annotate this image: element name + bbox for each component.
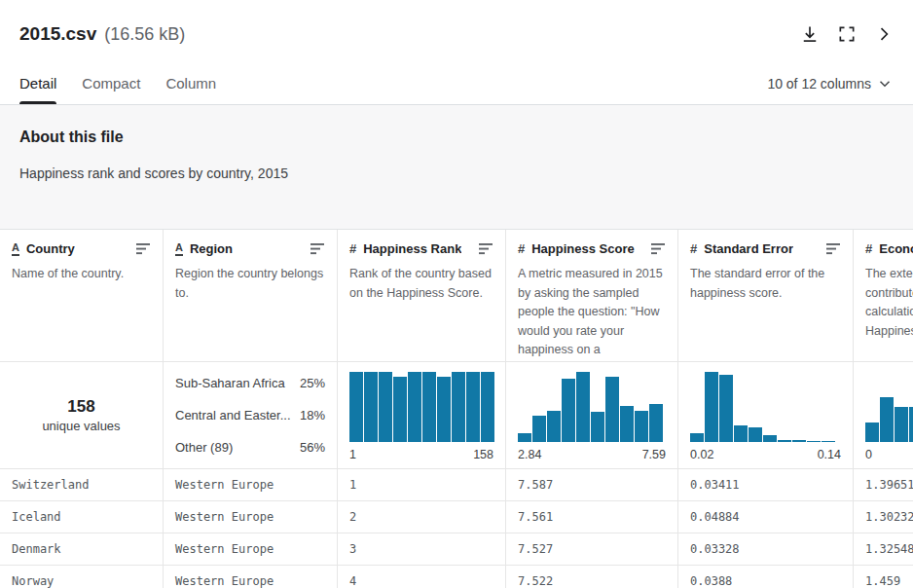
table-row[interactable]: Iceland Western Europe 2 7.561 0.04884 1… [0,500,913,533]
hist-max-label: 158 [473,448,493,461]
histogram-bar [591,412,604,442]
file-name: 2015.csv [19,23,96,45]
about-section: About this file Happiness rank and score… [0,105,913,230]
histogram-bar [408,372,421,442]
histogram[interactable] [518,372,666,442]
columns-dropdown-label: 10 of 12 columns [767,76,871,92]
histogram-bar [822,441,835,442]
topk-item: Sub-Saharan Africa 25% [175,376,325,390]
histogram-bar [880,397,894,442]
file-title: 2015.csv (16.56 kB) [19,23,185,45]
hist-min-label: 1 [349,448,356,461]
histogram[interactable] [865,372,913,442]
column-name: Happiness Score [531,241,635,256]
column-name: Country [26,241,75,256]
cell-country: Switzerland [0,468,164,500]
chevron-down-icon [876,75,894,92]
table-row[interactable]: Switzerland Western Europe 1 7.587 0.034… [0,468,913,500]
string-type-icon: A [12,242,19,256]
hist-min-label: 0.02 [690,448,713,461]
table-header-row: A Country Name of the country. A Region … [0,230,913,361]
file-viewer: 2015.csv (16.56 kB) Detail Compact Colum… [0,0,913,588]
column-header-happiness-rank[interactable]: # Happiness Rank Rank of the country bas… [338,230,506,361]
header-actions [800,24,894,44]
unique-count: 158 [67,397,94,417]
number-type-icon: # [865,242,872,255]
histogram-bar [690,433,704,442]
cell-happiness-score: 7.522 [506,565,678,588]
topk-label: Other (89) [175,440,233,455]
cell-region: Western Europe [164,565,338,588]
histogram-bar [649,404,663,442]
cell-happiness-score: 7.527 [506,533,678,565]
column-header-standard-error[interactable]: # Standard Error The standard error of t… [678,230,854,361]
cell-standard-error: 0.03411 [678,468,854,500]
filter-icon[interactable] [825,243,841,255]
column-description: The extent to which GDP contributes to t… [865,265,913,341]
topk-label: Sub-Saharan Africa [175,376,285,390]
filter-icon[interactable] [650,243,666,255]
cell-standard-error: 0.04884 [678,500,854,533]
summary-economy-histogram: 0 [854,361,913,468]
cell-happiness-score: 7.561 [506,500,678,533]
filter-icon[interactable] [135,243,151,255]
cell-country: Denmark [0,533,164,565]
number-type-icon: # [349,242,356,255]
number-type-icon: # [518,242,525,255]
number-type-icon: # [690,242,697,255]
table-row[interactable]: Norway Western Europe 4 7.522 0.0388 1.4… [0,565,913,588]
table-row[interactable]: Denmark Western Europe 3 7.527 0.03328 1… [0,533,913,565]
download-icon[interactable] [800,24,820,44]
histogram-bar [547,411,561,442]
column-description: A metric measured in 2015 by asking the … [518,265,666,360]
histogram-bar [763,435,777,442]
histogram-bar [364,372,378,442]
fullscreen-icon[interactable] [837,24,857,44]
cell-happiness-rank: 3 [338,533,506,565]
hist-max-label: 0.14 [818,448,841,461]
columns-visibility-dropdown[interactable]: 10 of 12 columns [767,62,894,104]
summary-region-topk: Sub-Saharan Africa 25% Central and Easte… [164,361,338,468]
histogram[interactable] [349,372,493,442]
tab-bar: Detail Compact Column 10 of 12 columns [0,62,913,105]
hist-min-label: 2.84 [518,448,541,461]
histogram-bar [895,407,908,442]
topk-pct: 25% [300,376,325,390]
tabs: Detail Compact Column [19,62,216,104]
column-description: Region the country belongs to. [175,265,325,303]
column-header-happiness-score[interactable]: # Happiness Score A metric measured in 2… [506,230,678,361]
chevron-right-icon[interactable] [874,24,894,44]
column-summary-row: 158 unique values Sub-Saharan Africa 25%… [0,361,913,468]
tab-compact[interactable]: Compact [82,62,140,104]
histogram-bar [452,372,465,442]
topk-pct: 18% [300,408,325,423]
histogram-bar [705,372,718,442]
column-header-economy[interactable]: # Economy (GDP per Capita) The extent to… [854,230,913,361]
histogram[interactable] [690,372,841,442]
tab-column[interactable]: Column [165,62,216,104]
column-header-region[interactable]: A Region Region the country belongs to. [164,230,338,361]
histogram-bar [620,406,634,442]
cell-region: Western Europe [164,533,338,565]
cell-country: Norway [0,565,164,588]
hist-min-label: 0 [865,448,872,461]
tab-detail[interactable]: Detail [19,62,56,104]
column-description: Rank of the country based on the Happine… [349,265,493,303]
string-type-icon: A [175,242,183,256]
topk-pct: 56% [300,440,325,455]
column-name: Region [190,241,233,256]
summary-standard-error-histogram: 0.02 0.14 [678,361,854,468]
cell-region: Western Europe [164,500,338,533]
filter-icon[interactable] [310,243,325,255]
histogram-bar [466,372,480,442]
hist-max-label: 7.59 [642,448,666,461]
histogram-bar [518,433,531,442]
cell-happiness-rank: 1 [338,468,506,500]
histogram-bar [481,372,494,442]
histogram-bar [349,372,363,442]
tab-compact-label: Compact [82,75,140,92]
unique-label: unique values [42,419,120,433]
topk-item: Central and Easter... 18% [175,408,325,423]
filter-icon[interactable] [478,243,493,255]
column-header-country[interactable]: A Country Name of the country. [0,230,164,361]
